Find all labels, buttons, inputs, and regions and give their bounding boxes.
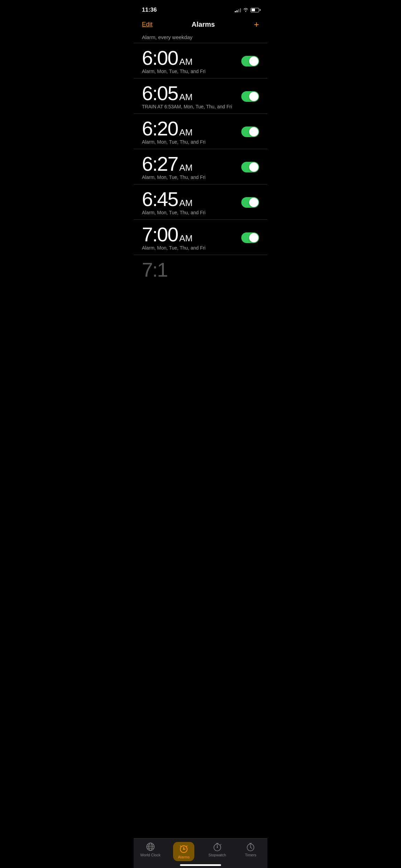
alarm-toggle[interactable] — [241, 126, 259, 137]
alarm-info: 6:27 AM Alarm, Mon, Tue, Thu, and Fri — [142, 154, 241, 180]
alarm-label: Alarm, Mon, Tue, Thu, and Fri — [142, 245, 241, 251]
alarm-list: 6:00 AM Alarm, Mon, Tue, Thu, and Fri 6:… — [134, 43, 267, 315]
toggle-knob — [249, 57, 258, 66]
alarm-time-row: 6:27 AM — [142, 154, 241, 174]
alarm-item[interactable]: 6:05 AM TRAIN AT 6:53AM, Mon, Tue, Thu, … — [134, 79, 267, 114]
alarm-time: 7:00 — [142, 225, 178, 244]
alarm-label: Alarm, Mon, Tue, Thu, and Fri — [142, 69, 241, 74]
alarm-ampm: AM — [179, 92, 193, 103]
alarm-ampm: AM — [179, 233, 193, 244]
alarm-time-row: 6:45 AM — [142, 189, 241, 209]
alarm-item[interactable]: 6:20 AM Alarm, Mon, Tue, Thu, and Fri — [134, 114, 267, 149]
alarm-label: Alarm, Mon, Tue, Thu, and Fri — [142, 174, 241, 180]
alarm-info: 6:45 AM Alarm, Mon, Tue, Thu, and Fri — [142, 189, 241, 215]
alarm-ampm: AM — [179, 57, 193, 67]
page-title: Alarms — [192, 21, 215, 28]
alarm-label: Alarm, Mon, Tue, Thu, and Fri — [142, 139, 241, 145]
toggle-knob — [249, 233, 258, 242]
toggle-knob — [249, 162, 258, 172]
alarm-item[interactable]: 6:27 AM Alarm, Mon, Tue, Thu, and Fri — [134, 149, 267, 184]
alarm-item[interactable]: 7:00 AM Alarm, Mon, Tue, Thu, and Fri — [134, 220, 267, 255]
alarm-item-partial: 7:1 — [134, 255, 267, 284]
nav-bar: Edit Alarms + — [134, 17, 267, 33]
alarm-time: 6:27 — [142, 154, 178, 174]
toggle-knob — [249, 127, 258, 136]
alarm-toggle[interactable] — [241, 162, 259, 172]
status-time: 11:36 — [142, 7, 157, 13]
alarm-info: 7:00 AM Alarm, Mon, Tue, Thu, and Fri — [142, 225, 241, 251]
alarm-ampm: AM — [179, 127, 193, 138]
alarm-label: Alarm, Mon, Tue, Thu, and Fri — [142, 210, 241, 215]
alarm-time-partial: 7:1 — [142, 260, 168, 280]
alarm-item[interactable]: 6:00 AM Alarm, Mon, Tue, Thu, and Fri — [134, 43, 267, 79]
alarm-time-row: 7:1 — [142, 260, 259, 280]
add-alarm-button[interactable]: + — [254, 20, 259, 29]
alarm-time: 6:45 — [142, 189, 178, 209]
alarm-time-row: 6:20 AM — [142, 119, 241, 138]
alarm-time-row: 6:05 AM — [142, 83, 241, 103]
alarm-label: TRAIN AT 6:53AM, Mon, Tue, Thu, and Fri — [142, 104, 241, 109]
alarm-time-row: 6:00 AM — [142, 48, 241, 68]
alarm-ampm: AM — [179, 198, 193, 208]
toggle-knob — [249, 92, 258, 101]
alarm-toggle[interactable] — [241, 56, 259, 67]
wifi-icon — [243, 8, 248, 12]
battery-icon — [251, 8, 259, 12]
alarm-info: 6:20 AM Alarm, Mon, Tue, Thu, and Fri — [142, 119, 241, 145]
alarm-time: 6:05 — [142, 83, 178, 103]
alarm-info: 6:00 AM Alarm, Mon, Tue, Thu, and Fri — [142, 48, 241, 74]
status-icons — [235, 8, 259, 12]
alarm-info: 6:05 AM TRAIN AT 6:53AM, Mon, Tue, Thu, … — [142, 83, 241, 109]
alarm-toggle[interactable] — [241, 197, 259, 208]
partial-top-label: Alarm, every weekday — [134, 33, 267, 43]
edit-button[interactable]: Edit — [142, 21, 153, 28]
alarm-time: 6:20 — [142, 119, 178, 138]
toggle-knob — [249, 198, 258, 207]
alarm-time: 6:00 — [142, 48, 178, 68]
alarm-time-row: 7:00 AM — [142, 225, 241, 244]
alarm-toggle[interactable] — [241, 91, 259, 102]
signal-icon — [235, 8, 241, 12]
alarm-ampm: AM — [179, 162, 193, 173]
alarm-item[interactable]: 6:45 AM Alarm, Mon, Tue, Thu, and Fri — [134, 184, 267, 220]
alarm-toggle[interactable] — [241, 232, 259, 243]
status-bar: 11:36 — [134, 0, 267, 17]
